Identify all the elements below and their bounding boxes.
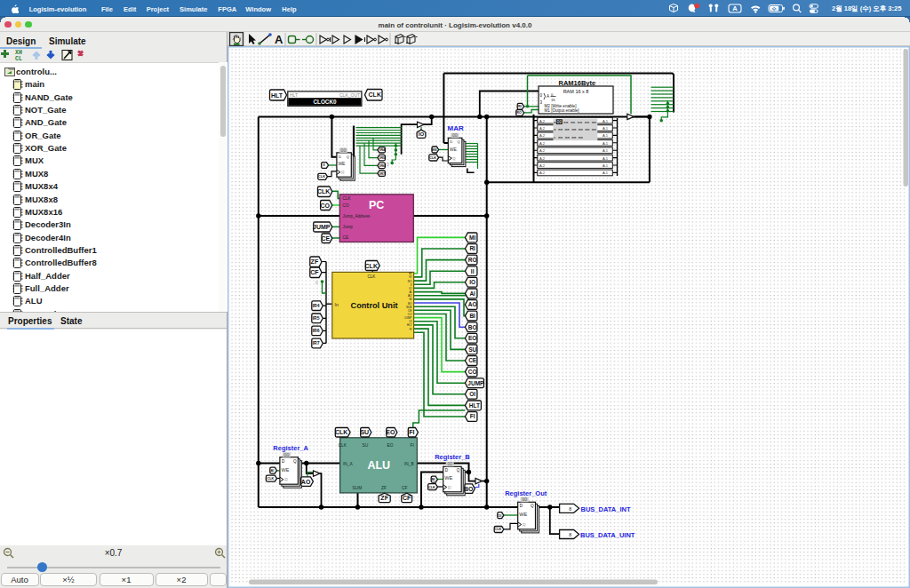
svg-text:IR7: IR7 [313,340,320,346]
svg-text:R: R [284,477,288,482]
svg-text:CLK: CLK [368,274,377,279]
svg-text:CL: CL [15,56,22,62]
svg-text:15: 15 [551,98,555,102]
svg-text:CLK: CLK [318,175,325,179]
svg-text:Q: Q [457,139,459,144]
svg-text:CLK: CLK [428,486,435,489]
svg-text:A.1: A.1 [603,141,609,146]
svg-text:CF: CF [402,486,407,490]
svg-text:BI: BI [432,478,435,481]
svg-text:WE: WE [281,467,289,473]
svg-text:A.2: A.2 [539,171,546,175]
svg-text:A.1: A.1 [603,148,609,153]
svg-text:A.2: A.2 [539,141,546,146]
svg-text:RO: RO [516,111,522,115]
svg-text:BI: BI [469,313,475,319]
svg-text:CE: CE [343,235,348,240]
svg-text:BO: BO [468,324,477,330]
svg-text:A.1: A.1 [603,163,609,168]
svg-text:II: II [323,163,324,167]
svg-text:Control Unit: Control Unit [351,301,398,310]
svg-text:SU: SU [360,429,369,435]
svg-text:RAM16Byte: RAM16Byte [559,79,596,87]
svg-text:CLOCK0: CLOCK0 [314,99,337,105]
svg-text:JUMP: JUMP [467,380,484,386]
svg-text:00: 00 [557,120,563,124]
svg-text:CLK: CLK [343,196,352,201]
svg-text:A.2: A.2 [539,133,546,138]
svg-text:BO: BO [464,486,474,492]
svg-text:ZF: ZF [381,486,387,490]
svg-text:D: D [450,139,452,144]
svg-text:8: 8 [569,506,571,512]
svg-text:0: 0 [315,280,318,285]
svg-text:AI: AI [271,469,275,473]
svg-text:OI: OI [469,391,475,397]
svg-text:PC: PC [369,199,384,211]
svg-text:A.1: A.1 [603,156,609,161]
svg-text:Q: Q [531,504,534,508]
svg-text:Q: Q [457,468,460,473]
svg-text:WE: WE [450,147,458,152]
svg-text:A.1: A.1 [603,171,609,175]
svg-text:BUS_DATA_UINT: BUS_DATA_UINT [580,531,635,539]
svg-text:R: R [341,170,345,175]
svg-text:CO: CO [343,203,349,208]
svg-text:II: II [471,268,475,274]
svg-text:EO: EO [468,335,476,341]
svg-text:Q: Q [293,459,297,464]
svg-text:CF: CF [403,495,411,501]
svg-text:R: R [448,485,451,490]
svg-text:ZF: ZF [311,258,319,265]
svg-text:0: 0 [554,120,556,124]
svg-text:CE: CE [468,357,477,363]
svg-text:R: R [452,156,456,162]
svg-text:IN_B: IN_B [404,462,414,466]
svg-text:CLK: CLK [317,188,330,195]
svg-text:Register_A: Register_A [273,444,308,452]
svg-text:CF: CF [310,269,319,275]
svg-text:CO: CO [468,369,477,375]
svg-text:WE: WE [432,148,438,152]
svg-text:CLK: CLK [339,443,347,448]
svg-text:CLK: CLK [365,263,378,269]
svg-text:EO: EO [387,443,394,448]
svg-text:FI: FI [409,429,414,435]
svg-text:JUMP: JUMP [313,224,331,230]
svg-text:SUM: SUM [353,486,363,490]
svg-text:A: A [732,4,738,12]
svg-text:AO: AO [301,479,311,485]
svg-text:RI: RI [518,105,522,108]
svg-text:CLK: CLK [267,477,274,481]
svg-text:RI: RI [469,245,475,251]
svg-text:WE: WE [444,475,452,481]
svg-text:00: 00 [447,461,452,466]
svg-text:AO: AO [468,301,477,307]
svg-text:BUS_DATA_INT: BUS_DATA_INT [581,505,631,513]
svg-text:2월 18일 (수) 오후 3:25: 2월 18일 (수) 오후 3:25 [832,4,901,12]
svg-text:A.1: A.1 [603,119,609,123]
svg-text:CLK_OUT: CLK_OUT [339,92,360,98]
svg-text:8: 8 [569,532,571,537]
svg-text:SU: SU [363,443,369,448]
svg-text:Jump_Address: Jump_Address [343,214,371,219]
svg-text:IR6: IR6 [313,328,320,333]
svg-text:수: 수 [771,6,777,12]
svg-text:IR5: IR5 [379,155,386,160]
svg-text:ALU: ALU [367,459,390,472]
svg-text:In: In [335,302,339,307]
svg-text:CLK: CLK [494,528,501,531]
svg-text:IR6: IR6 [379,163,386,168]
svg-text:IR5: IR5 [313,315,320,321]
svg-text:A: A [275,33,283,46]
svg-text:CLK: CLK [369,91,381,98]
svg-text:AI: AI [469,290,475,297]
svg-text:A.2: A.2 [539,148,546,153]
svg-text:IO: IO [419,131,425,137]
svg-text:00: 00 [341,147,347,153]
svg-text:CLK: CLK [429,156,436,160]
svg-text:A: A [547,94,549,99]
svg-text:M1 [Output enable]: M1 [Output enable] [545,108,579,113]
svg-text:FI: FI [470,413,475,419]
svg-text:A.1: A.1 [603,126,609,131]
